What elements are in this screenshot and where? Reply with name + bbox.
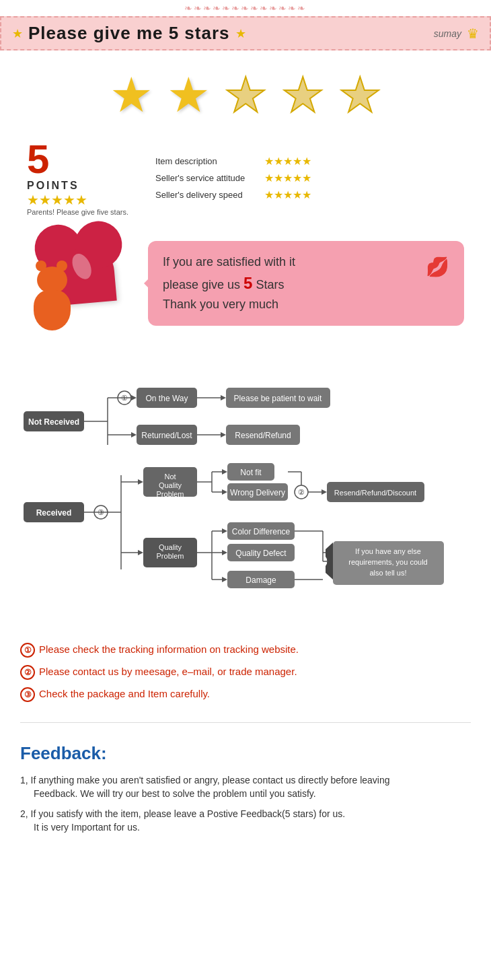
- rating-stars-1: ★★★★★: [264, 155, 311, 168]
- svg-marker-17: [131, 432, 137, 438]
- svg-text:Quality: Quality: [159, 543, 182, 551]
- instruction-1: ① Please check the tracking information …: [20, 642, 471, 658]
- big-star-5: ★: [338, 71, 382, 119]
- instruction-text-2: Please contact us by meesage, e–mail, or…: [39, 664, 297, 678]
- svg-text:Please be patient to wait: Please be patient to wait: [234, 394, 322, 403]
- svg-marker-43: [222, 489, 227, 495]
- feedback-title: Feedback:: [20, 743, 471, 764]
- feedback-item-1: 1, If anything make you aren't satisfied…: [20, 775, 471, 799]
- svg-text:Damage: Damage: [245, 575, 276, 585]
- svg-text:Resend/Refund: Resend/Refund: [235, 431, 291, 440]
- stars-row: ★ ★ ★ ★ ★: [0, 50, 491, 133]
- svg-marker-7: [131, 395, 137, 400]
- svg-text:Quality Defect: Quality Defect: [235, 549, 287, 558]
- svg-text:Returned/Lost: Returned/Lost: [141, 431, 192, 440]
- svg-text:Color Difference: Color Difference: [232, 527, 291, 536]
- svg-text:On the Way: On the Way: [146, 394, 188, 403]
- instructions-section: ① Please check the tracking information …: [0, 629, 491, 722]
- brand-text: sumay: [434, 28, 461, 39]
- big-star-2: ★: [167, 71, 211, 119]
- instruction-2: ② Please contact us by meesage, e–mail, …: [20, 664, 471, 680]
- points-stars: ★★★★★: [27, 192, 87, 208]
- flowchart-svg: Not Received ① On the Way Please be pati…: [20, 357, 471, 613]
- svg-marker-39: [222, 469, 227, 475]
- svg-text:Not: Not: [164, 473, 176, 481]
- instruction-num-3: ③: [20, 687, 35, 702]
- svg-marker-55: [138, 550, 143, 555]
- instruction-num-2: ②: [20, 665, 35, 680]
- svg-text:requirements, you could: requirements, you could: [348, 558, 427, 566]
- feedback-item-2: 2, If you satisfy with the item, please …: [20, 808, 471, 833]
- svg-text:Problem: Problem: [157, 552, 184, 560]
- svg-text:Wrong Delivery: Wrong Delivery: [230, 488, 285, 497]
- big-star-3: ★: [224, 71, 268, 119]
- rating-row-3: Seller's delivery speed ★★★★★: [155, 188, 311, 201]
- svg-text:Problem: Problem: [157, 490, 184, 498]
- instruction-text-3: Check the package and Item carefully.: [39, 687, 210, 701]
- kiss-icon: 💋: [426, 256, 449, 278]
- crown-icon: ♛: [467, 26, 479, 42]
- rating-stars-3: ★★★★★: [264, 188, 311, 201]
- header-title: Please give me 5 stars: [28, 23, 230, 44]
- points-subtitle: Parents! Please give five stars.: [27, 208, 128, 216]
- svg-marker-70: [222, 577, 227, 582]
- svg-text:also tell us!: also tell us!: [369, 569, 406, 577]
- rating-row-2: Seller's service attitude ★★★★★: [155, 172, 311, 184]
- rating-label-3: Seller's delivery speed: [155, 190, 256, 200]
- svg-text:If you have any else: If you have any else: [355, 547, 421, 555]
- feedback-section: Feedback: 1, If anything make you aren't…: [0, 723, 491, 855]
- header-star-left: ★: [12, 26, 23, 41]
- mascot-image: [27, 236, 135, 330]
- feedback-main-2: 2, If you satisfy with the item, please …: [20, 808, 471, 819]
- svg-text:Received: Received: [36, 508, 72, 518]
- feedback-indent-2: It is very Important for us.: [34, 822, 471, 833]
- points-label: POINTS: [27, 180, 79, 192]
- instruction-text-1: Please check the tracking information on…: [39, 642, 299, 656]
- bubble-text: If you are satisfied with it please give…: [163, 253, 449, 314]
- svg-marker-66: [222, 550, 227, 555]
- rating-stars-2: ★★★★★: [264, 172, 311, 184]
- svg-marker-49: [322, 489, 327, 495]
- rating-row-1: Item description ★★★★★: [155, 155, 311, 168]
- mascot-section: 💋 If you are satisfied with it please gi…: [0, 223, 491, 344]
- flowchart-section: Not Received ① On the Way Please be pati…: [0, 344, 491, 629]
- header-banner: ★ Please give me 5 stars ★ sumay ♛: [0, 16, 491, 50]
- instruction-3: ③ Check the package and Item carefully.: [20, 687, 471, 702]
- svg-marker-62: [222, 528, 227, 534]
- svg-text:Not Received: Not Received: [28, 417, 79, 427]
- big-star-4: ★: [281, 71, 325, 119]
- feedback-indent-1: Feedback. We will try our best to solve …: [34, 788, 471, 799]
- speech-bubble: 💋 If you are satisfied with it please gi…: [148, 241, 464, 326]
- rating-label-2: Seller's service attitude: [155, 173, 256, 183]
- rating-label-1: Item description: [155, 156, 256, 166]
- svg-text:Not fit: Not fit: [240, 468, 262, 477]
- points-section: 5 POINTS ★★★★★ Parents! Please give five…: [0, 133, 491, 223]
- svg-marker-31: [138, 479, 143, 485]
- svg-marker-11: [221, 395, 226, 400]
- ratings-list: Item description ★★★★★ Seller's service …: [155, 155, 311, 201]
- number-5: 5: [27, 139, 49, 180]
- big-star-1: ★: [110, 71, 153, 119]
- svg-text:②: ②: [298, 488, 305, 496]
- decoration-top: ❧❧❧❧❧❧❧❧❧❧❧❧❧: [0, 0, 491, 16]
- svg-marker-21: [221, 432, 226, 438]
- instruction-num-1: ①: [20, 643, 35, 658]
- feedback-main-1: 1, If anything make you aren't satisfied…: [20, 775, 471, 785]
- svg-text:Resend/Refund/Discount: Resend/Refund/Discount: [334, 489, 416, 497]
- header-star-right: ★: [235, 26, 246, 41]
- svg-text:Quality: Quality: [159, 481, 182, 489]
